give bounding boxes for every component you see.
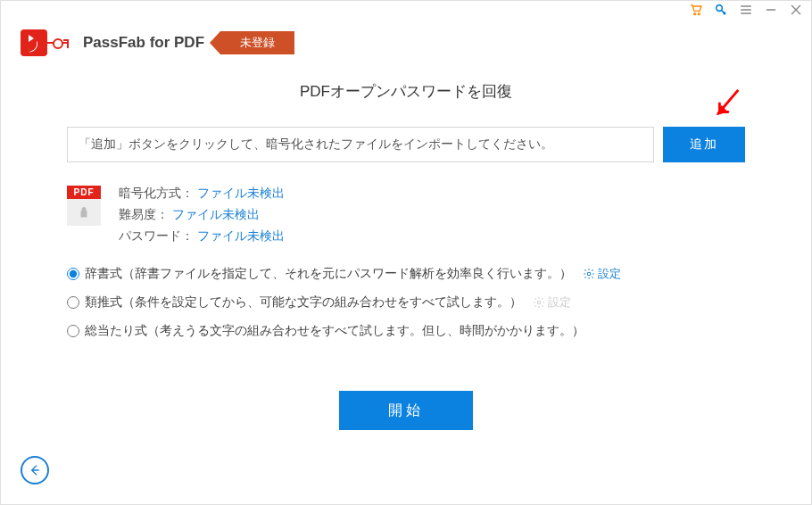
app-title: PassFab for PDF: [83, 34, 204, 52]
info-difficulty-row: 難易度： ファイル未検出: [119, 207, 285, 223]
cart-icon[interactable]: [688, 2, 704, 18]
info-encryption-label: 暗号化方式：: [119, 186, 194, 202]
app-logo: [21, 29, 69, 56]
attack-mode-dictionary: 辞書式（辞書ファイルを指定して、それを元にパスワード解析を効率良く行います。） …: [67, 266, 745, 282]
attack-mode-dictionary-radio[interactable]: [67, 268, 79, 280]
pdf-file-icon: PDF: [67, 186, 101, 226]
add-file-button[interactable]: 追加: [663, 127, 745, 162]
svg-point-0: [694, 13, 696, 15]
search-key-icon[interactable]: [713, 2, 729, 18]
arrow-left-icon: [28, 463, 42, 477]
info-password-value: ファイル未検出: [197, 228, 285, 244]
svg-point-1: [698, 13, 700, 15]
attack-mode-similar: 類推式（条件を設定してから、可能な文字の組み合わせをすべて試します。） 設定: [67, 294, 745, 310]
start-button[interactable]: 開始: [339, 391, 473, 430]
registration-badge: 未登録: [220, 31, 294, 54]
attack-mode-options: 辞書式（辞書ファイルを指定して、それを元にパスワード解析を効率良く行います。） …: [67, 266, 745, 339]
attack-mode-similar-label[interactable]: 類推式（条件を設定してから、可能な文字の組み合わせをすべて試します。）: [85, 294, 522, 310]
main-content: PDFオープンパスワードを回復 「追加」ボタンをクリックして、暗号化されたファイ…: [1, 63, 811, 430]
svg-point-4: [587, 272, 591, 276]
import-file-placeholder: 「追加」ボタンをクリックして、暗号化されたファイルをインポートしてください。: [79, 137, 553, 151]
logo-pdf-icon: [21, 29, 47, 56]
gear-icon: [583, 268, 595, 280]
attack-mode-dictionary-label[interactable]: 辞書式（辞書ファイルを指定して、それを元にパスワード解析を効率良く行います。）: [85, 266, 572, 282]
close-icon[interactable]: [788, 2, 804, 18]
lock-icon: [67, 199, 101, 226]
logo-key-icon: [46, 42, 67, 44]
back-button[interactable]: [21, 456, 49, 484]
menu-icon[interactable]: [738, 2, 754, 18]
info-difficulty-value: ファイル未検出: [172, 207, 260, 223]
import-file-field[interactable]: 「追加」ボタンをクリックして、暗号化されたファイルをインポートしてください。: [67, 127, 654, 162]
import-row: 「追加」ボタンをクリックして、暗号化されたファイルをインポートしてください。 追…: [67, 127, 745, 162]
similar-settings-label: 設定: [548, 294, 571, 310]
page-heading: PDFオープンパスワードを回復: [67, 81, 745, 102]
gear-icon: [533, 296, 545, 309]
info-password-row: パスワード： ファイル未検出: [119, 228, 285, 244]
info-encryption-row: 暗号化方式： ファイル未検出: [119, 186, 285, 202]
info-password-label: パスワード：: [119, 228, 194, 244]
attack-mode-brute-label[interactable]: 総当たり式（考えうる文字の組み合わせをすべて試します。但し、時間がかかります。）: [85, 323, 584, 339]
dictionary-settings-label: 設定: [598, 266, 621, 282]
similar-settings-link: 設定: [533, 294, 571, 310]
dictionary-settings-link[interactable]: 設定: [583, 266, 621, 282]
minimize-icon[interactable]: [763, 2, 779, 18]
file-info-lines: 暗号化方式： ファイル未検出 難易度： ファイル未検出 パスワード： ファイル未…: [119, 186, 285, 244]
pdf-badge-label: PDF: [67, 186, 101, 199]
app-header: PassFab for PDF 未登録: [1, 17, 811, 63]
titlebar: [1, 1, 811, 17]
svg-point-5: [537, 301, 541, 304]
attack-mode-similar-radio[interactable]: [67, 296, 79, 309]
attack-mode-brute-radio[interactable]: [67, 325, 79, 337]
attack-mode-brute: 総当たり式（考えうる文字の組み合わせをすべて試します。但し、時間がかかります。）: [67, 323, 745, 339]
file-info-block: PDF 暗号化方式： ファイル未検出 難易度： ファイル未検出 パスワード： フ…: [67, 186, 745, 244]
info-difficulty-label: 難易度：: [119, 207, 169, 223]
registration-badge-label: 未登録: [220, 31, 294, 54]
info-encryption-value: ファイル未検出: [197, 186, 285, 202]
